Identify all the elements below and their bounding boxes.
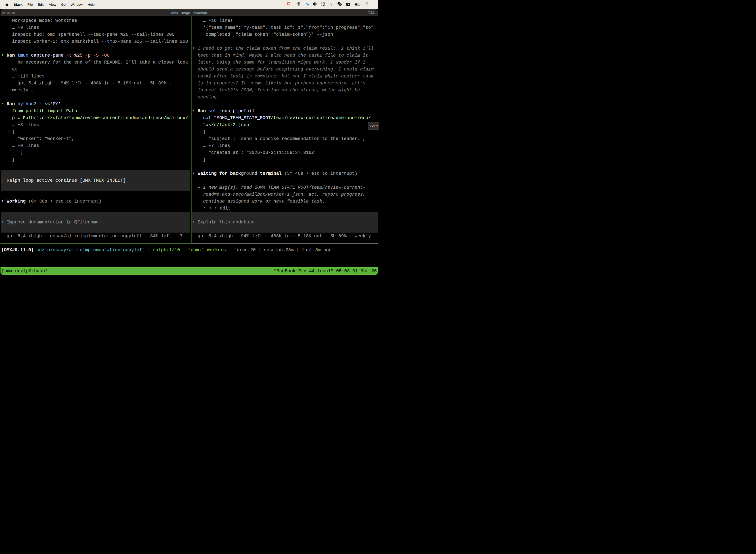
- svg-text:A: A: [348, 3, 349, 5]
- svg-text:..61: ..61: [339, 4, 341, 5]
